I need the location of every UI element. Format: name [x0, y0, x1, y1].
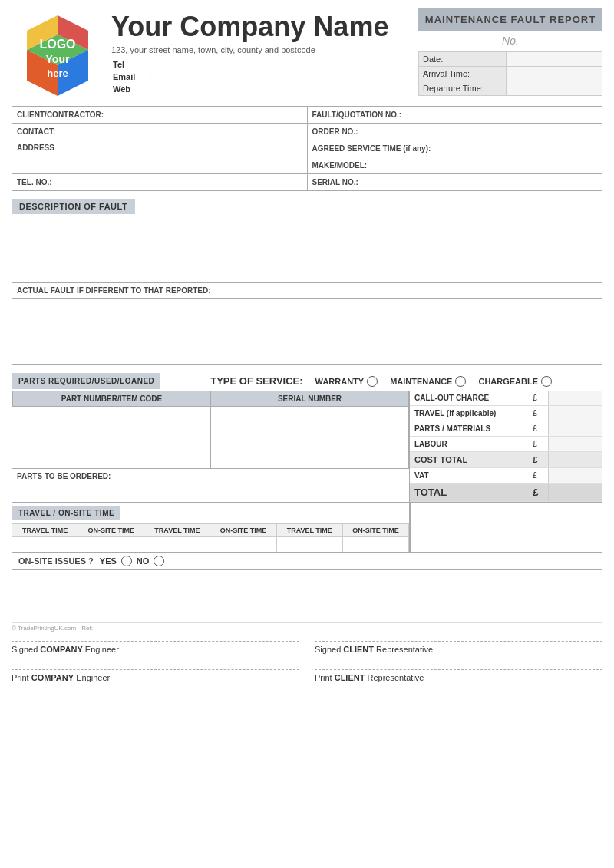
- parts-service-header-row: PARTS REQUIRED/USED/LOANED TYPE OF SERVI…: [12, 371, 602, 391]
- serial-number-cell[interactable]: [211, 407, 409, 422]
- sig-line-print-company: [12, 669, 299, 670]
- table-row: [13, 437, 409, 453]
- arrival-label: Arrival Time:: [419, 67, 507, 81]
- print-client-label: Print CLIENT Representative: [315, 673, 602, 682]
- signatures: Signed COMPANY Engineer Signed CLIENT Re…: [12, 641, 602, 682]
- onsite-yes-label: YES: [100, 556, 117, 566]
- total-value[interactable]: [548, 484, 602, 502]
- parts-costs-wrapper: PART NUMBER/ITEM CODE SERIAL NUMBER: [12, 391, 602, 503]
- type-service-label: TYPE OF SERVICE:: [210, 375, 302, 387]
- list-item: LABOUR £: [410, 437, 602, 452]
- travel-val-2[interactable]: [78, 536, 144, 552]
- costs-right: CALL-OUT CHARGE £ TRAVEL (if applicable)…: [410, 391, 602, 502]
- onsite-issues-box[interactable]: [12, 570, 602, 616]
- onsite-options: YES NO: [100, 556, 165, 566]
- parts-materials-label: PARTS / MATERIALS: [410, 421, 528, 437]
- actual-fault-box[interactable]: [12, 299, 602, 364]
- parts-materials-value[interactable]: [548, 421, 602, 437]
- departure-label: Departure Time:: [419, 81, 507, 96]
- serial-number-cell[interactable]: [211, 437, 409, 453]
- company-info: Your Company Name 123, your street name,…: [111, 8, 411, 96]
- serial-no-cell: SERIAL NO.:: [308, 174, 603, 191]
- tel-label: Tel: [113, 59, 147, 70]
- parts-to-order: PARTS TO BE ORDERED:: [12, 468, 409, 484]
- travel-left: TRAVEL / ON-SITE TIME TRAVEL TIME ON-SIT…: [12, 503, 410, 552]
- fault-no-cell: FAULT/QUOTATION NO.:: [308, 107, 603, 124]
- client-cell: CLIENT/CONTRACTOR:: [12, 107, 308, 124]
- chargeable-option: CHARGEABLE: [478, 376, 552, 387]
- chargeable-radio[interactable]: [541, 376, 552, 387]
- travel-right: [410, 503, 602, 552]
- travel-val-6[interactable]: [343, 536, 409, 552]
- print-client-bold: CLIENT: [335, 673, 365, 682]
- labour-value[interactable]: [548, 437, 602, 452]
- travel-col-3: TRAVEL TIME: [144, 524, 210, 536]
- fault-section: DESCRIPTION OF FAULT ACTUAL FAULT IF DIF…: [12, 196, 602, 365]
- copyright: © TradePrintingUK.com - Ref:: [12, 622, 602, 633]
- onsite-no-radio[interactable]: [154, 556, 164, 566]
- chargeable-label: CHARGEABLE: [478, 377, 538, 386]
- travel-col-2: ON-SITE TIME: [78, 524, 144, 536]
- print-company-bold: COMPANY: [31, 673, 74, 682]
- agreed-service-cell: AGREED SERVICE TIME (if any):: [308, 140, 603, 157]
- travel-val-5[interactable]: [277, 536, 343, 552]
- callout-value[interactable]: [548, 391, 602, 406]
- travel-val-3[interactable]: [144, 536, 210, 552]
- maintenance-radio[interactable]: [455, 376, 466, 387]
- cost-total-label: COST TOTAL: [410, 452, 528, 468]
- table-row: [13, 422, 409, 437]
- signed-client-text: Signed: [315, 645, 343, 654]
- arrival-value[interactable]: [506, 67, 602, 81]
- travel-section-header: TRAVEL / ON-SITE TIME: [12, 506, 120, 520]
- email-label: Email: [113, 71, 147, 82]
- address-cell: ADDRESS: [12, 140, 308, 174]
- total-label: TOTAL: [410, 484, 528, 502]
- departure-value[interactable]: [506, 81, 602, 96]
- fault-description-box[interactable]: [12, 214, 602, 283]
- type-of-service: TYPE OF SERVICE: WARRANTY MAINTENANCE CH…: [160, 371, 602, 391]
- serial-number-cell[interactable]: [211, 453, 409, 468]
- report-no: No.: [418, 35, 602, 47]
- print-representative-text: Representative: [367, 673, 424, 682]
- labour-pound: £: [528, 437, 548, 452]
- labour-label: LABOUR: [410, 437, 528, 452]
- signed-company-text: Signed: [12, 645, 40, 654]
- cost-total-pound: £: [528, 452, 548, 468]
- svg-text:here: here: [47, 68, 68, 79]
- actual-fault-label: ACTUAL FAULT IF DIFFERENT TO THAT REPORT…: [12, 283, 602, 299]
- print-company-text: Print: [12, 673, 31, 682]
- onsite-yes-radio[interactable]: [121, 556, 132, 566]
- date-value[interactable]: [506, 52, 602, 67]
- vat-pound: £: [528, 468, 548, 484]
- warranty-radio[interactable]: [367, 376, 378, 387]
- travel-value[interactable]: [548, 406, 602, 421]
- header-right: MAINTENANCE FAULT REPORT No. Date: Arriv…: [418, 8, 602, 96]
- travel-section: TRAVEL / ON-SITE TIME TRAVEL TIME ON-SIT…: [12, 503, 602, 553]
- print-engineer-text: Engineer: [76, 673, 110, 682]
- travel-val-1[interactable]: [12, 536, 78, 552]
- list-item: COST TOTAL £: [410, 452, 602, 468]
- serial-number-cell[interactable]: [211, 422, 409, 437]
- callout-label: CALL-OUT CHARGE: [410, 391, 528, 406]
- part-number-cell[interactable]: [13, 437, 211, 453]
- travel-val-4[interactable]: [210, 536, 276, 552]
- part-number-cell[interactable]: [13, 407, 211, 422]
- vat-value[interactable]: [548, 468, 602, 484]
- part-number-cell[interactable]: [13, 453, 211, 468]
- sig-company-label: Signed COMPANY Engineer: [12, 645, 299, 654]
- part-number-cell[interactable]: [13, 422, 211, 437]
- travel-col-6: ON-SITE TIME: [343, 524, 409, 536]
- travel-col-4: ON-SITE TIME: [210, 524, 276, 536]
- parts-tbody: [13, 407, 409, 468]
- company-address: 123, your street name, town, city, count…: [111, 45, 411, 54]
- representative-text: Representative: [376, 645, 433, 654]
- sig-line-print-client: [315, 669, 602, 670]
- order-no-cell: ORDER NO.:: [308, 124, 603, 140]
- cost-total-value[interactable]: [548, 452, 602, 468]
- info-grid: CLIENT/CONTRACTOR: FAULT/QUOTATION NO.: …: [12, 106, 602, 191]
- sig-company-engineer: Signed COMPANY Engineer: [12, 641, 299, 654]
- table-row: [13, 453, 409, 468]
- fault-section-body: ACTUAL FAULT IF DIFFERENT TO THAT REPORT…: [12, 214, 602, 365]
- engineer-text: Engineer: [85, 645, 119, 654]
- svg-text:LOGO: LOGO: [39, 38, 75, 51]
